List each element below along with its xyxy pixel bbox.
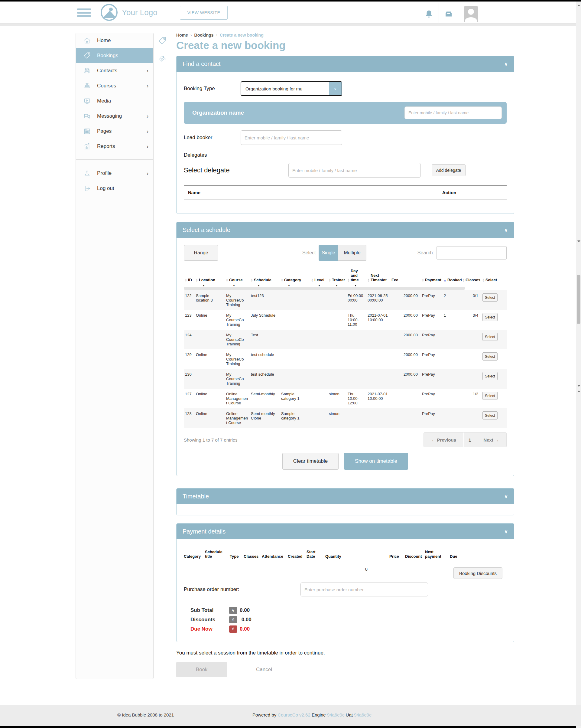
sidebar-item-contacts[interactable]: Contacts› bbox=[76, 63, 153, 78]
column-header-trainer[interactable]: ▲▼Trainer▼ bbox=[328, 267, 347, 287]
home-icon bbox=[83, 36, 91, 45]
sort-icon[interactable]: ▲▼ bbox=[482, 279, 485, 282]
scroll-up-arrow-icon[interactable] bbox=[577, 390, 580, 392]
select-row-button[interactable]: Select bbox=[482, 293, 498, 302]
view-website-button[interactable]: VIEW WEBSITE bbox=[180, 6, 228, 20]
logo[interactable]: Your Logo bbox=[101, 4, 158, 21]
payment-details-header[interactable]: Payment details ∨ bbox=[176, 523, 514, 539]
sort-icon[interactable]: ▲▼ bbox=[462, 279, 465, 282]
sort-icon[interactable]: ▲▼ bbox=[185, 279, 187, 282]
sort-icon[interactable]: ▲▼ bbox=[281, 279, 283, 282]
sort-icon[interactable]: ▲▼ bbox=[422, 279, 424, 282]
sidebar-item-media[interactable]: Media bbox=[76, 94, 153, 109]
show-on-timetable-button[interactable]: Show on timetable bbox=[344, 453, 408, 470]
select-delegate-input[interactable] bbox=[288, 163, 421, 178]
pagination-next[interactable]: Next → bbox=[476, 433, 506, 447]
sidebar-item-bookings[interactable]: Bookings bbox=[76, 48, 153, 63]
column-header-day-and-time[interactable]: ▲▼Day and time▼ bbox=[347, 267, 366, 287]
column-header-level[interactable]: ▲▼Level▼ bbox=[310, 267, 328, 287]
range-button[interactable]: Range bbox=[184, 245, 218, 261]
filter-caret-icon[interactable]: ▼ bbox=[233, 284, 235, 287]
scroll-down-arrow-icon[interactable] bbox=[577, 385, 580, 387]
filter-caret-icon[interactable]: ▼ bbox=[202, 284, 205, 287]
user-avatar[interactable] bbox=[464, 6, 478, 22]
sidebar-item-profile[interactable]: Profile› bbox=[76, 166, 153, 181]
column-header-payment[interactable]: ▲▼Payment bbox=[421, 267, 443, 287]
column-header-classes[interactable]: ▲▼Classes bbox=[461, 267, 481, 287]
select-row-button[interactable]: Select bbox=[482, 353, 498, 361]
scroll-down-arrow-icon[interactable] bbox=[577, 240, 580, 242]
notifications-bell-icon[interactable] bbox=[419, 3, 439, 25]
sort-icon[interactable]: ▲▼ bbox=[367, 279, 370, 282]
filter-caret-icon[interactable]: ▼ bbox=[354, 284, 357, 287]
column-header-booked[interactable]: ▼Booked bbox=[443, 267, 461, 287]
hamburger-menu-icon[interactable] bbox=[77, 8, 91, 18]
chevron-down-icon[interactable]: ∨ bbox=[504, 529, 508, 535]
inbox-icon[interactable] bbox=[439, 3, 458, 25]
find-contact-header[interactable]: Find a contact ∨ bbox=[176, 56, 514, 72]
clear-timetable-button[interactable]: Clear timetable bbox=[282, 453, 338, 470]
sort-icon[interactable]: ▲▼ bbox=[347, 279, 350, 282]
purchase-order-input[interactable] bbox=[301, 582, 428, 596]
column-header-category[interactable]: ▲▼Category▼ bbox=[280, 267, 310, 287]
footer-link[interactable]: 94a6e9c bbox=[327, 712, 344, 718]
sort-icon[interactable]: ▲▼ bbox=[329, 279, 331, 282]
pagination-page-1[interactable]: 1 bbox=[464, 433, 476, 447]
sort-icon[interactable]: ▲▼ bbox=[311, 279, 313, 282]
breadcrumb-item[interactable]: Bookings bbox=[194, 33, 214, 37]
scroll-up-arrow-icon[interactable] bbox=[577, 4, 580, 6]
filter-caret-icon[interactable]: ▼ bbox=[288, 284, 290, 287]
select-row-button[interactable]: Select bbox=[482, 372, 498, 380]
sidebar-item-label: Log out bbox=[97, 185, 114, 191]
booking-type-select[interactable]: Organization booking for mu ∨ bbox=[241, 81, 342, 96]
select-row-button[interactable]: Select bbox=[482, 392, 498, 400]
select-schedule-header[interactable]: Select a schedule ∨ bbox=[176, 222, 514, 238]
timetable-header[interactable]: Timetable ∨ bbox=[176, 489, 514, 504]
chevron-down-icon[interactable]: ∨ bbox=[329, 82, 341, 95]
booking-discounts-button[interactable]: Booking Discounts bbox=[453, 567, 502, 579]
footer-link[interactable]: CourseCo v2.62 bbox=[277, 712, 310, 718]
breadcrumb-item[interactable]: Home bbox=[176, 33, 188, 37]
scrollbar-thumb[interactable] bbox=[577, 275, 580, 323]
filter-caret-icon[interactable]: ▼ bbox=[257, 284, 260, 287]
sidebar-item-courses[interactable]: Courses› bbox=[76, 78, 153, 94]
handshake-icon[interactable] bbox=[158, 55, 167, 65]
column-header-id[interactable]: ▲▼ID bbox=[184, 267, 195, 287]
chevron-down-icon[interactable]: ∨ bbox=[504, 61, 508, 67]
select-row-button[interactable]: Select bbox=[482, 411, 498, 419]
column-header-location[interactable]: ▲▼Location▼ bbox=[195, 267, 225, 287]
toggle-multiple[interactable]: Multiple bbox=[338, 245, 366, 261]
sidebar-item-home[interactable]: Home bbox=[76, 33, 153, 48]
organization-name-input[interactable] bbox=[405, 106, 502, 119]
add-delegate-button[interactable]: Add delegate bbox=[432, 164, 466, 176]
search-input[interactable] bbox=[437, 246, 507, 260]
pagination-previous[interactable]: ← Previous bbox=[424, 433, 464, 447]
lead-booker-input[interactable] bbox=[241, 130, 342, 145]
tag-icon[interactable] bbox=[158, 36, 167, 47]
sort-icon[interactable]: ▲▼ bbox=[196, 279, 198, 282]
column-header-schedule[interactable]: ▲▼Schedule▼ bbox=[250, 267, 280, 287]
column-header-course[interactable]: ▲▼Course▼ bbox=[225, 267, 250, 287]
chevron-down-icon[interactable]: ∨ bbox=[504, 227, 508, 233]
vertical-scrollbar[interactable] bbox=[576, 1, 581, 728]
book-button[interactable]: Book bbox=[176, 662, 227, 677]
filter-caret-icon[interactable]: ▼ bbox=[318, 284, 321, 287]
sidebar-item-log-out[interactable]: Log out bbox=[76, 181, 153, 196]
sidebar-item-reports[interactable]: Reports› bbox=[76, 139, 153, 154]
select-row-button[interactable]: Select bbox=[482, 333, 498, 341]
column-header-next-timeslot[interactable]: ▲▼Next Timeslot bbox=[366, 267, 391, 287]
sidebar-item-messaging[interactable]: Messaging› bbox=[76, 109, 153, 124]
filter-caret-icon[interactable]: ▼ bbox=[335, 284, 338, 287]
horizontal-scrollbar[interactable] bbox=[184, 287, 465, 290]
footer-link[interactable]: 94a6e9c bbox=[354, 712, 371, 718]
column-header-select[interactable]: ▲▼Select bbox=[481, 267, 507, 287]
sidebar-item-pages[interactable]: Pages› bbox=[76, 124, 153, 139]
select-row-button[interactable]: Select bbox=[482, 313, 498, 321]
toggle-single[interactable]: Single bbox=[319, 245, 338, 261]
cancel-link[interactable]: Cancel bbox=[256, 667, 272, 673]
sort-desc-icon[interactable]: ▼ bbox=[443, 280, 446, 282]
column-header-fee: Fee bbox=[391, 267, 421, 287]
sort-icon[interactable]: ▲▼ bbox=[251, 279, 253, 282]
sort-icon[interactable]: ▲▼ bbox=[226, 279, 228, 282]
chevron-down-icon[interactable]: ∨ bbox=[504, 494, 508, 499]
